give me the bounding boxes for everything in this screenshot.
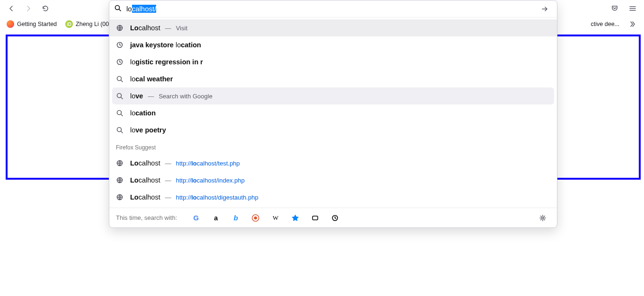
forward-button (21, 1, 36, 16)
app-menu-button[interactable] (625, 1, 640, 16)
search-icon (116, 109, 124, 117)
suggest-url: http://localhost/digestauth.php (176, 194, 258, 201)
suggest-title: Localhost (130, 159, 160, 167)
engine-bookmarks[interactable] (291, 213, 300, 223)
suggestion-text: java keystore location (130, 41, 201, 49)
svg-point-12 (254, 216, 257, 219)
svg-rect-13 (313, 216, 318, 220)
bookmarks-overflow-button[interactable] (625, 17, 640, 32)
svg-point-0 (115, 5, 120, 9)
urlbar-autocomplete-selection: calhost/ (132, 5, 157, 13)
suggestion-item[interactable]: location (109, 104, 557, 122)
search-icon (116, 92, 124, 100)
urlbar[interactable]: localhost/ (109, 0, 557, 17)
suggestion-item[interactable]: love— Search with Google (112, 87, 554, 104)
search-icon (114, 4, 122, 14)
firefox-icon (7, 20, 14, 28)
search-icon (116, 75, 124, 83)
suggest-title: Localhost (130, 193, 160, 201)
svg-point-4 (117, 77, 122, 81)
engine-history[interactable] (330, 213, 340, 223)
svg-point-6 (117, 111, 122, 115)
suggest-title: Localhost (130, 176, 160, 184)
svg-point-15 (542, 217, 544, 219)
bookmark-label: Getting Started (17, 21, 57, 27)
engine-bing[interactable]: b (231, 213, 240, 223)
save-to-pocket-button[interactable] (607, 1, 622, 16)
search-engine-footer: This time, search with: G a b W (109, 208, 557, 227)
svg-point-5 (117, 94, 122, 98)
suggestion-text: logistic regression in r (130, 58, 203, 66)
urlbar-dropdown: localhost/ Localhost— Visitjava keystore… (109, 0, 557, 228)
suggestion-dash: — (148, 93, 154, 100)
footer-label: This time, search with: (116, 214, 177, 221)
suggestion-aux: Visit (176, 25, 187, 32)
globe-icon (116, 24, 124, 32)
history-icon (116, 58, 124, 66)
history-icon (116, 41, 124, 49)
bookmark-label: ctive dee... (591, 21, 619, 27)
svg-point-7 (117, 128, 122, 132)
firefox-suggest-list: Localhost— http://localhost/test.phpLoca… (109, 153, 557, 208)
suggestion-dash: — (165, 25, 171, 32)
suggestion-text: location (130, 109, 156, 117)
suggestion-text: love poetry (130, 126, 166, 134)
suggestion-text: Localhost (130, 24, 160, 32)
suggestion-text: love (130, 92, 143, 100)
suggest-url: http://localhost/index.php (176, 177, 245, 184)
globe-icon (116, 159, 124, 167)
firefox-suggest-item[interactable]: Localhost— http://localhost/test.php (109, 155, 557, 172)
suggestion-aux: Search with Google (159, 93, 212, 100)
suggestion-list: Localhost— Visitjava keystore locationlo… (109, 17, 557, 140)
suggestion-item[interactable]: logistic regression in r (109, 53, 557, 70)
engine-duckduckgo[interactable] (251, 213, 260, 223)
urlbar-go-button[interactable] (537, 1, 552, 17)
globe-icon (116, 193, 124, 201)
globe-icon (116, 176, 124, 184)
back-button[interactable] (4, 1, 19, 16)
suggestion-item[interactable]: love poetry (109, 122, 557, 139)
orcid-icon: iD (65, 20, 73, 28)
urlbar-typed-text: lo (126, 5, 132, 13)
firefox-suggest-item[interactable]: Localhost— http://localhost/index.php (109, 172, 557, 189)
suggest-url: http://localhost/test.php (176, 160, 240, 167)
engine-amazon[interactable]: a (211, 213, 221, 223)
engine-google[interactable]: G (191, 213, 201, 223)
bookmark-truncated[interactable]: ctive dee... (588, 19, 622, 29)
search-settings-button[interactable] (535, 210, 550, 226)
engine-tabs[interactable] (310, 213, 320, 223)
suggestion-item[interactable]: Localhost— Visit (109, 19, 557, 36)
suggestion-item[interactable]: local weather (109, 70, 557, 87)
firefox-suggest-item[interactable]: Localhost— http://localhost/digestauth.p… (109, 189, 557, 206)
reload-button[interactable] (38, 1, 53, 16)
bookmark-getting-started[interactable]: Getting Started (4, 18, 60, 30)
search-icon (116, 126, 124, 134)
engine-wikipedia[interactable]: W (271, 213, 280, 223)
suggestion-text: local weather (130, 75, 173, 83)
firefox-suggest-label: Firefox Suggest (109, 140, 557, 153)
suggestion-item[interactable]: java keystore location (109, 36, 557, 53)
urlbar-input[interactable]: localhost/ (126, 5, 532, 13)
